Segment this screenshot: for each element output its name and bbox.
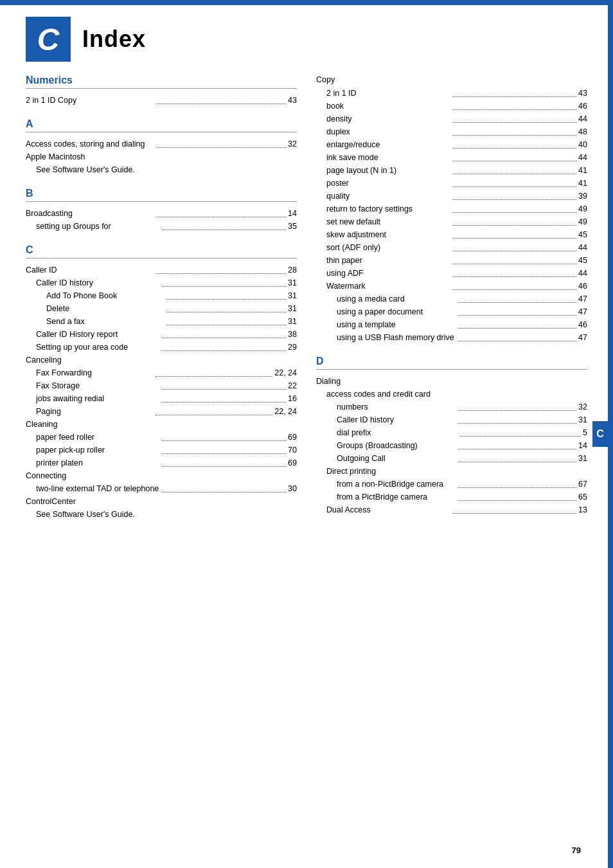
list-item: poster 41 xyxy=(316,177,587,190)
list-item: Fax Storage 22 xyxy=(26,379,297,392)
list-item: Direct printing xyxy=(316,465,587,478)
list-item: setting up Groups for 35 xyxy=(26,220,297,233)
list-item: numbers 32 xyxy=(316,401,587,413)
list-item: Caller ID History report 38 xyxy=(26,328,297,341)
list-item: using a template 46 xyxy=(316,318,587,331)
list-item: set new default 49 xyxy=(316,215,587,228)
list-item: Fax Forwarding 22, 24 xyxy=(26,366,297,379)
list-item: Broadcasting 14 xyxy=(26,207,297,220)
left-column: Numerics 2 in 1 ID Copy 43 A Access code… xyxy=(26,75,297,521)
list-item: enlarge/reduce 40 xyxy=(316,138,587,151)
page-header: C Index xyxy=(0,5,613,68)
list-item: 2 in 1 ID Copy 43 xyxy=(26,94,297,107)
section-numerics: Numerics xyxy=(26,75,297,89)
list-item: from a non-PictBridge camera 67 xyxy=(316,478,587,491)
list-item: printer platen 69 xyxy=(26,457,297,469)
list-item: Caller ID history 31 xyxy=(316,413,587,426)
list-item: duplex 48 xyxy=(316,125,587,138)
main-content: Numerics 2 in 1 ID Copy 43 A Access code… xyxy=(0,68,613,547)
list-item: Paging 22, 24 xyxy=(26,405,297,418)
section-c: C xyxy=(26,244,297,258)
list-item: ControlCenter xyxy=(26,495,297,508)
list-item: Groups (Broadcasting) 14 xyxy=(316,439,587,452)
list-item: two-line external TAD or telephone 30 xyxy=(26,482,297,495)
right-accent-bar xyxy=(608,0,613,868)
list-item: thin paper 45 xyxy=(316,254,587,267)
copy-label: Copy xyxy=(316,75,335,84)
list-item: Canceling xyxy=(26,354,297,366)
list-item: book 46 xyxy=(316,100,587,113)
list-item: paper feed roller 69 xyxy=(26,431,297,444)
list-item: See Software User's Guide. xyxy=(26,508,297,521)
list-item: skew adjustment 45 xyxy=(316,228,587,241)
section-d: D xyxy=(316,356,587,370)
chapter-letter-box: C xyxy=(26,17,71,62)
list-item: Caller ID history 31 xyxy=(26,276,297,289)
page-title: Index xyxy=(82,26,146,53)
right-column: Copy 2 in 1 ID 43 book 46 density 44 dup… xyxy=(316,75,587,521)
list-item: from a PictBridge camera 65 xyxy=(316,491,587,503)
chapter-side-tab: C xyxy=(592,421,608,447)
page-number: 79 xyxy=(572,845,581,855)
list-item: using a paper document 47 xyxy=(316,305,587,318)
list-item: Setting up your area code 29 xyxy=(26,341,297,354)
list-item: jobs awaiting redial 16 xyxy=(26,392,297,405)
list-item: return to factory settings 49 xyxy=(316,203,587,215)
list-item: using a media card 47 xyxy=(316,293,587,305)
list-item: Add To Phone Book 31 xyxy=(26,289,297,302)
top-accent-bar xyxy=(0,0,613,5)
list-item: Apple Macintosh xyxy=(26,150,297,163)
list-item: Delete 31 xyxy=(26,302,297,315)
list-item: Cleaning xyxy=(26,418,297,431)
list-item: using ADF 44 xyxy=(316,267,587,280)
list-item: Send a fax 31 xyxy=(26,315,297,328)
list-item: density 44 xyxy=(316,113,587,125)
list-item: Watermark 46 xyxy=(316,280,587,293)
list-item: ink save mode 44 xyxy=(316,151,587,164)
section-a: A xyxy=(26,118,297,132)
list-item: quality 39 xyxy=(316,190,587,203)
list-item: dial prefix 5 xyxy=(316,426,587,439)
list-item: See Software User's Guide. xyxy=(26,163,297,176)
list-item: using a USB Flash memory drive 47 xyxy=(316,331,587,344)
list-item: Dual Access 13 xyxy=(316,503,587,516)
section-b: B xyxy=(26,188,297,202)
list-item: paper pick-up roller 70 xyxy=(26,444,297,457)
list-item: sort (ADF only) 44 xyxy=(316,241,587,254)
chapter-letter: C xyxy=(37,22,60,57)
list-item: Access codes, storing and dialing 32 xyxy=(26,138,297,150)
list-item: access codes and credit card xyxy=(316,388,587,401)
list-item: page layout (N in 1) 41 xyxy=(316,164,587,177)
list-item: Dialing xyxy=(316,375,587,388)
list-item: 2 in 1 ID 43 xyxy=(316,87,587,100)
list-item: Caller ID 28 xyxy=(26,264,297,276)
list-item: Connecting xyxy=(26,469,297,482)
list-item: Outgoing Call 31 xyxy=(316,452,587,465)
